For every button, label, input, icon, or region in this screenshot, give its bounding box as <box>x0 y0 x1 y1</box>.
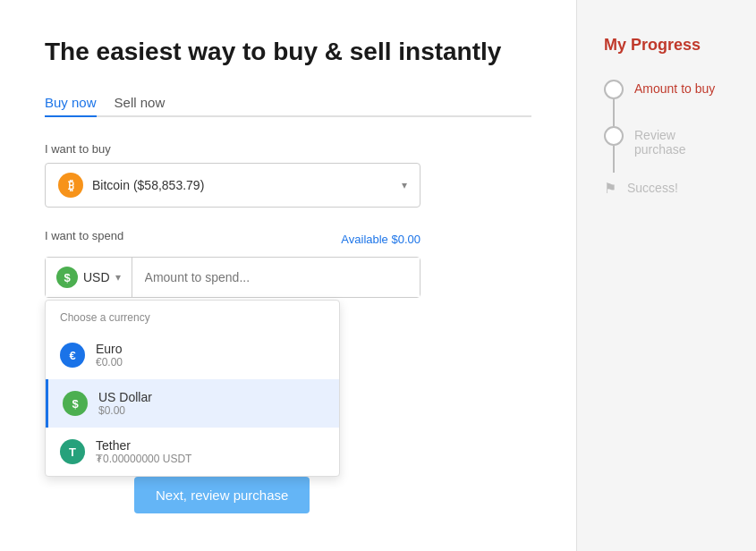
chevron-down-icon: ▾ <box>402 179 407 191</box>
amount-input[interactable] <box>132 258 420 297</box>
hero-title: The easiest way to buy & sell instantly <box>45 36 531 68</box>
spend-input-row: $ USD ▾ <box>45 257 420 298</box>
currency-option-eur[interactable]: € Euro €0.00 <box>46 331 339 379</box>
crypto-select-left: ₿ Bitcoin ($58,853.79) <box>58 173 204 198</box>
step-label-amount: Amount to buy <box>634 80 715 96</box>
currency-code: USD <box>83 270 110 284</box>
usd-icon: $ <box>56 267 78 288</box>
left-panel: The easiest way to buy & sell instantly … <box>0 0 577 551</box>
progress-step-review: Review purchase <box>604 126 729 173</box>
tether-amount: ₮0.00000000 USDT <box>96 453 191 465</box>
step-line-2 <box>613 146 615 173</box>
currency-chevron-icon: ▾ <box>115 271 121 284</box>
progress-title: My Progress <box>604 36 729 55</box>
next-review-button[interactable]: Next, review purchase <box>134 477 310 513</box>
spend-header: I want to spend Available $0.00 <box>45 229 420 250</box>
tab-sell-now[interactable]: Sell now <box>115 89 166 117</box>
step-label-review: Review purchase <box>634 126 729 157</box>
right-panel: My Progress Amount to buy Review purchas… <box>577 0 756 551</box>
usd-amount: $0.00 <box>98 404 152 417</box>
currency-dropdown: Choose a currency € Euro €0.00 $ U <box>45 300 340 477</box>
progress-step-success: ⚑ Success! <box>604 176 729 197</box>
tether-icon: T <box>60 439 85 464</box>
crypto-name: Bitcoin ($58,853.79) <box>92 178 204 192</box>
usd-name: US Dollar <box>98 390 152 404</box>
step-line-1 <box>613 99 615 126</box>
currency-option-usdt[interactable]: T Tether ₮0.00000000 USDT <box>46 428 339 476</box>
euro-amount: €0.00 <box>96 356 123 369</box>
tab-bar: Buy now Sell now <box>45 89 531 117</box>
step-indicator-review <box>604 126 624 173</box>
flag-icon: ⚑ <box>604 180 616 197</box>
tab-buy-now[interactable]: Buy now <box>45 89 97 117</box>
usd-icon-lg: $ <box>63 391 88 416</box>
usd-info: US Dollar $0.00 <box>98 390 152 417</box>
step-circle-amount <box>604 80 624 99</box>
btc-icon: ₿ <box>58 173 83 198</box>
tether-info: Tether ₮0.00000000 USDT <box>96 438 191 465</box>
step-indicator-amount <box>604 80 624 126</box>
want-to-spend-label: I want to spend <box>45 229 123 242</box>
currency-selector[interactable]: $ USD ▾ <box>46 258 132 297</box>
want-to-buy-label: I want to buy <box>45 142 531 156</box>
step-label-success: Success! <box>627 179 678 195</box>
tether-name: Tether <box>96 438 191 453</box>
euro-info: Euro €0.00 <box>96 342 123 369</box>
step-circle-review <box>604 126 624 146</box>
currency-option-usd[interactable]: $ US Dollar $0.00 <box>46 379 339 428</box>
progress-step-amount: Amount to buy <box>604 80 729 126</box>
progress-steps: Amount to buy Review purchase ⚑ Success! <box>604 80 729 197</box>
dropdown-header: Choose a currency <box>46 301 339 331</box>
main-container: The easiest way to buy & sell instantly … <box>0 0 756 551</box>
crypto-select-dropdown[interactable]: ₿ Bitcoin ($58,853.79) ▾ <box>45 163 420 208</box>
euro-name: Euro <box>96 342 123 356</box>
euro-icon: € <box>60 343 85 368</box>
available-balance: Available $0.00 <box>341 233 420 246</box>
